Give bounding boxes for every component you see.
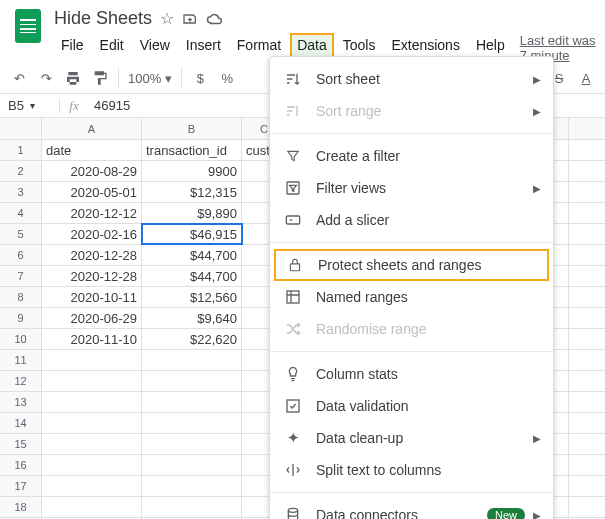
row-header[interactable]: 15 [0, 434, 42, 454]
paint-format-icon[interactable] [91, 69, 109, 87]
row-header[interactable]: 7 [0, 266, 42, 286]
zoom-select[interactable]: 100% ▾ [128, 71, 172, 86]
menu-file[interactable]: File [54, 33, 91, 63]
cell[interactable]: 2020-05-01 [42, 182, 142, 202]
column-header[interactable]: B [142, 118, 242, 139]
cell[interactable] [42, 392, 142, 412]
row-header[interactable]: 12 [0, 371, 42, 391]
cell[interactable]: 2020-12-12 [42, 203, 142, 223]
data-menu-dropdown: Sort sheet ▶ Sort range ▶ Create a filte… [269, 56, 554, 519]
row-header[interactable]: 13 [0, 392, 42, 412]
undo-icon[interactable]: ↶ [10, 69, 28, 87]
cell[interactable]: $46,915 [142, 224, 242, 244]
cell[interactable] [142, 392, 242, 412]
cell[interactable]: $12,560 [142, 287, 242, 307]
row-header[interactable]: 2 [0, 161, 42, 181]
row-header[interactable]: 5 [0, 224, 42, 244]
cell[interactable] [42, 497, 142, 517]
row-header[interactable]: 16 [0, 455, 42, 475]
row-header[interactable]: 14 [0, 413, 42, 433]
row-header[interactable]: 10 [0, 329, 42, 349]
cell[interactable] [142, 497, 242, 517]
cell[interactable]: 2020-10-11 [42, 287, 142, 307]
svg-rect-4 [287, 400, 299, 412]
menu-filter-views[interactable]: Filter views ▶ [270, 172, 553, 204]
chevron-down-icon: ▾ [30, 100, 35, 111]
row-header[interactable]: 3 [0, 182, 42, 202]
cell[interactable] [142, 476, 242, 496]
column-header[interactable]: A [42, 118, 142, 139]
cell[interactable]: 2020-11-10 [42, 329, 142, 349]
cell[interactable] [142, 350, 242, 370]
cell[interactable] [42, 350, 142, 370]
print-icon[interactable] [64, 69, 82, 87]
menu-sort-range: Sort range ▶ [270, 95, 553, 127]
row-header[interactable]: 11 [0, 350, 42, 370]
row-header[interactable]: 6 [0, 245, 42, 265]
menu-split-text[interactable]: Split text to columns [270, 454, 553, 486]
menu-insert[interactable]: Insert [179, 33, 228, 63]
menu-view[interactable]: View [133, 33, 177, 63]
menu-data-cleanup[interactable]: ✦ Data clean-up ▶ [270, 422, 553, 454]
row-header[interactable]: 8 [0, 287, 42, 307]
cell[interactable]: date [42, 140, 142, 160]
cell[interactable]: $9,640 [142, 308, 242, 328]
menu-protect-sheets[interactable]: Protect sheets and ranges [274, 249, 549, 281]
cell[interactable] [42, 455, 142, 475]
star-icon[interactable]: ☆ [160, 9, 174, 28]
cell[interactable] [142, 434, 242, 454]
lock-icon [286, 256, 304, 274]
name-box[interactable]: B5 ▾ [0, 98, 60, 113]
cell[interactable] [42, 371, 142, 391]
menu-data-validation[interactable]: Data validation [270, 390, 553, 422]
cell[interactable] [42, 434, 142, 454]
menu-sort-sheet[interactable]: Sort sheet ▶ [270, 63, 553, 95]
row-header[interactable]: 9 [0, 308, 42, 328]
cell[interactable]: transaction_id [142, 140, 242, 160]
text-color-icon[interactable]: A [577, 69, 595, 87]
cell[interactable]: $12,315 [142, 182, 242, 202]
menu-create-filter[interactable]: Create a filter [270, 140, 553, 172]
cell[interactable]: $44,700 [142, 266, 242, 286]
chevron-down-icon: ▾ [165, 71, 172, 86]
menu-data-connectors[interactable]: Data connectors New ▶ [270, 499, 553, 519]
menu-add-slicer[interactable]: Add a slicer [270, 204, 553, 236]
menu-named-ranges[interactable]: Named ranges [270, 281, 553, 313]
svg-rect-1 [286, 216, 299, 224]
cloud-icon[interactable] [206, 12, 224, 26]
currency-icon[interactable]: $ [191, 69, 209, 87]
submenu-arrow-icon: ▶ [533, 433, 541, 444]
menu-edit[interactable]: Edit [93, 33, 131, 63]
submenu-arrow-icon: ▶ [533, 510, 541, 520]
submenu-arrow-icon: ▶ [533, 183, 541, 194]
document-title[interactable]: Hide Sheets [54, 8, 152, 29]
formula-input[interactable]: 46915 [88, 98, 136, 113]
cell[interactable] [142, 371, 242, 391]
cell[interactable]: 2020-02-16 [42, 224, 142, 244]
row-header[interactable]: 18 [0, 497, 42, 517]
cell[interactable]: $9,890 [142, 203, 242, 223]
percent-icon[interactable]: % [218, 69, 236, 87]
cell[interactable] [142, 413, 242, 433]
cell[interactable]: 9900 [142, 161, 242, 181]
menu-column-stats[interactable]: Column stats [270, 358, 553, 390]
bulb-icon [284, 365, 302, 383]
svg-rect-0 [287, 182, 299, 194]
cell[interactable]: 2020-08-29 [42, 161, 142, 181]
row-header[interactable]: 1 [0, 140, 42, 160]
cell[interactable]: $22,620 [142, 329, 242, 349]
validation-icon [284, 397, 302, 415]
move-icon[interactable] [182, 11, 198, 27]
cell[interactable] [142, 455, 242, 475]
cell[interactable] [42, 476, 142, 496]
redo-icon[interactable]: ↷ [37, 69, 55, 87]
cell[interactable]: 2020-06-29 [42, 308, 142, 328]
cell[interactable]: $44,700 [142, 245, 242, 265]
row-header[interactable]: 4 [0, 203, 42, 223]
cell[interactable] [42, 413, 142, 433]
cell[interactable]: 2020-12-28 [42, 266, 142, 286]
cell[interactable]: 2020-12-28 [42, 245, 142, 265]
sheets-logo[interactable] [8, 6, 48, 46]
svg-rect-2 [290, 264, 299, 271]
row-header[interactable]: 17 [0, 476, 42, 496]
